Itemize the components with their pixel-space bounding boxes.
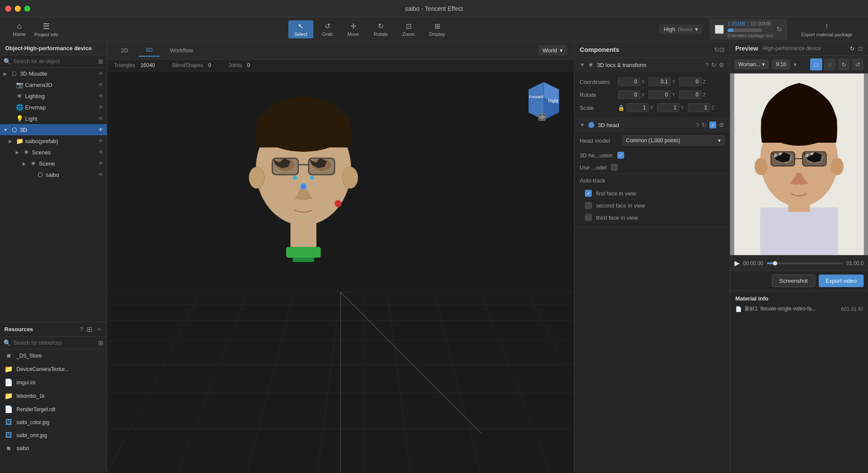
fullscreen-button[interactable] xyxy=(24,6,30,12)
settings-icon[interactable]: ⚙ xyxy=(719,121,724,128)
face2-checkbox[interactable] xyxy=(585,202,592,209)
export-button[interactable]: ↑ Export material package xyxy=(794,20,859,39)
window-controls[interactable] xyxy=(5,6,30,12)
ratio-selector[interactable]: 9:16 xyxy=(772,60,790,69)
use-model-checkbox[interactable] xyxy=(611,164,618,171)
progress-bar[interactable] xyxy=(767,262,843,264)
tree-item-saibo[interactable]: ⬡ saibo 👁 xyxy=(0,169,107,180)
resource-item-saibi-omr[interactable]: 🖼 saibi_omr.jpg xyxy=(0,429,107,442)
tree-item-saibo-prefab[interactable]: ▶ 📁 saibo(prefab) 👁 xyxy=(0,135,107,147)
resource-item-rendertarget[interactable]: 📄 RenderTarget.rdt xyxy=(0,403,107,416)
lock-icon[interactable]: 🔒 xyxy=(618,105,625,111)
display-tool[interactable]: ⊞ Display xyxy=(423,20,451,38)
expand-icon[interactable]: ⊡ xyxy=(858,45,863,52)
filter-icon[interactable]: ⊞ xyxy=(98,58,103,65)
help-icon[interactable]: ? xyxy=(696,122,699,128)
home-button[interactable]: ⌂ Home xyxy=(9,20,30,38)
world-selector[interactable]: World ▾ xyxy=(538,45,567,55)
preview-rotate-button[interactable]: ↻ xyxy=(838,58,850,70)
visibility-icon[interactable]: 👁 xyxy=(98,160,103,166)
close-button[interactable] xyxy=(5,6,11,12)
minimize-button[interactable] xyxy=(15,6,21,12)
visibility-icon[interactable]: 👁 xyxy=(98,70,103,77)
visibility-icon[interactable]: 👁 xyxy=(98,104,103,110)
pkg-icon: ⬜ xyxy=(715,25,724,34)
export-video-button[interactable]: Export video xyxy=(819,275,864,287)
resource-item-devicecamera[interactable]: 📁 DeviceCameraTextur... xyxy=(0,362,107,376)
fusion-checkbox[interactable]: ✓ xyxy=(617,152,624,159)
resource-item-saibo[interactable]: ■ saibo xyxy=(0,442,107,455)
face1-checkbox[interactable]: ✓ xyxy=(585,190,592,197)
refresh-icon[interactable]: ↻ xyxy=(776,25,782,33)
rotate-y-value[interactable]: 0 xyxy=(648,90,671,99)
head-checkbox[interactable]: ✓ xyxy=(709,121,716,128)
tree-item-light[interactable]: 💡 Light 👁 xyxy=(0,113,107,124)
move-tool[interactable]: ✛ Move xyxy=(341,20,365,38)
grab-tool[interactable]: ↺ Grab xyxy=(316,20,338,38)
refresh-icon[interactable]: ↻ xyxy=(850,45,855,52)
chevron-down-icon[interactable]: ▾ xyxy=(794,61,797,68)
folder-add-icon[interactable]: ⊞ xyxy=(86,325,92,333)
scale-x-value[interactable]: 1 xyxy=(626,103,649,112)
coord-x-value[interactable]: 0 xyxy=(618,77,640,86)
tree-item-envmap[interactable]: 🌐 Envmap 👁 xyxy=(0,102,107,113)
nav-cube[interactable]: Right Forward xyxy=(522,80,565,123)
help-icon[interactable]: ? xyxy=(80,326,83,333)
refresh-icon[interactable]: ↻ xyxy=(702,121,707,128)
filter-icon[interactable]: ⊞ xyxy=(98,339,103,346)
tree-item-scene[interactable]: ▶ ✳ Scene 👁 xyxy=(0,158,107,169)
add-icon[interactable]: ＋ xyxy=(96,325,102,334)
project-info-button[interactable]: ☰ Project info xyxy=(30,20,62,39)
refresh-icon[interactable]: ↻ xyxy=(714,46,719,53)
visibility-icon[interactable]: 👁 xyxy=(98,93,103,99)
play-button[interactable]: ▶ xyxy=(734,259,740,267)
resource-item-saibi-color[interactable]: 🖼 saibi_color.jpg xyxy=(0,416,107,429)
progress-handle[interactable] xyxy=(773,261,777,265)
scale-z-value[interactable]: 1 xyxy=(688,103,710,112)
3d-head-section-header[interactable]: ▼ 3D head ? ↻ ✓ ⚙ xyxy=(574,118,730,132)
woman-selector[interactable]: Woman... ▾ xyxy=(734,60,769,69)
visibility-icon[interactable]: 👁 xyxy=(98,138,103,144)
pkg-size-button[interactable]: ⬜ 1.81MB / 10.00MB Estimated package siz… xyxy=(709,19,788,40)
visibility-icon[interactable]: 👁 xyxy=(98,127,103,133)
preview-front-view-button[interactable]: □ xyxy=(810,58,822,70)
resource-item-lebombo[interactable]: 📁 lebombo_1k xyxy=(0,389,107,403)
visibility-icon[interactable]: 👁 xyxy=(98,149,103,155)
preview-refresh-button[interactable]: ↺ xyxy=(852,58,864,70)
face3-checkbox[interactable] xyxy=(585,214,592,221)
tree-item-lighting[interactable]: ✳ Lighting 👁 xyxy=(0,90,107,102)
coord-z-value[interactable]: 0 xyxy=(679,77,702,86)
rotate-x-value[interactable]: 0 xyxy=(618,90,640,99)
tab-3d[interactable]: 3D xyxy=(139,44,160,57)
tree-item-scenes[interactable]: ▶ ✳ Scenes 👁 xyxy=(0,147,107,158)
tree-item-3d[interactable]: ▼ ⬡ 3D 👁 xyxy=(0,124,107,135)
object-search-input[interactable] xyxy=(13,58,96,64)
resource-item-imgui[interactable]: 📄 imgui.ini xyxy=(0,376,107,389)
select-tool[interactable]: ↖ Select xyxy=(288,20,314,38)
3d-viewport[interactable]: Right Forward xyxy=(107,71,574,473)
visibility-icon[interactable]: 👁 xyxy=(98,172,103,178)
screenshot-button[interactable]: Screenshot xyxy=(772,275,815,287)
tree-item-3dmoudle[interactable]: ▶ □ 3D Moudle 👁 xyxy=(0,68,107,79)
head-model-label: Head model xyxy=(580,137,619,144)
rotate-tool[interactable]: ↻ Rotate xyxy=(368,20,394,38)
refresh-icon[interactable]: ↻ xyxy=(711,61,716,68)
help-icon[interactable]: ? xyxy=(705,62,708,68)
preview-circle-button[interactable]: ○ xyxy=(824,58,836,70)
zoom-tool[interactable]: ⊡ Zoom xyxy=(396,20,421,38)
visibility-icon[interactable]: 👁 xyxy=(98,115,103,121)
maximize-icon[interactable]: ⊡ xyxy=(719,46,724,53)
tab-workflow[interactable]: Workflow xyxy=(163,45,200,56)
device-selector[interactable]: High Device ▾ xyxy=(659,24,702,34)
resource-item-ds-store[interactable]: ■ _DS_Store xyxy=(0,349,107,362)
coord-y-value[interactable]: 0.1 xyxy=(648,77,671,86)
visibility-icon[interactable]: 👁 xyxy=(98,82,103,88)
scale-y-value[interactable]: 1 xyxy=(657,103,680,112)
settings-icon[interactable]: ⚙ xyxy=(719,61,724,68)
resources-search-input[interactable] xyxy=(13,340,96,346)
tree-item-camera3d[interactable]: 📷 Camera3D 👁 xyxy=(0,79,107,90)
tab-2d[interactable]: 2D xyxy=(114,45,135,56)
rotate-z-value[interactable]: 0 xyxy=(679,90,702,99)
head-model-select[interactable]: Common (1,000 points) ▾ xyxy=(622,135,724,146)
transform-section-header[interactable]: ▼ ✳ 3D locs & transform ? ↻ ⚙ xyxy=(574,58,730,72)
